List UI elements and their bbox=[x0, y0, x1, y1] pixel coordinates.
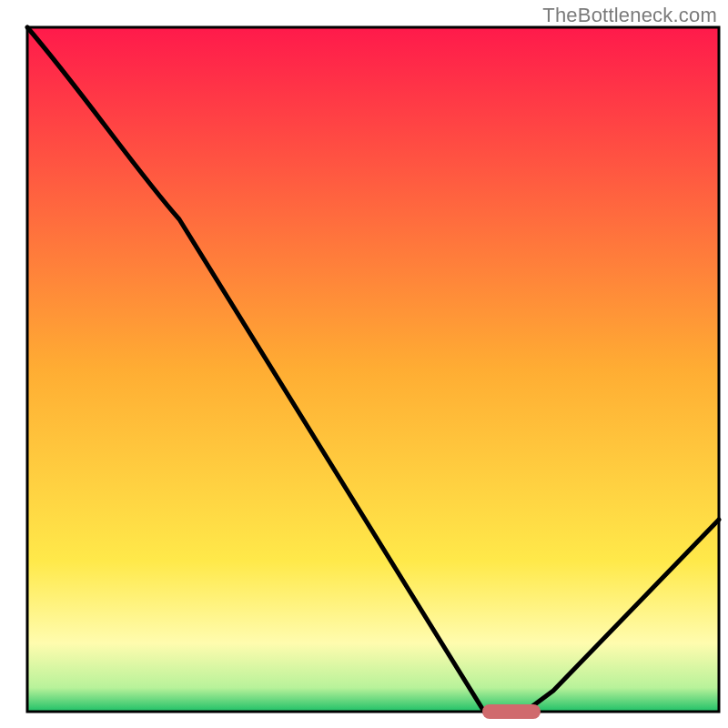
chart-container: TheBottleneck.com bbox=[0, 0, 728, 728]
watermark-text: TheBottleneck.com bbox=[542, 4, 717, 27]
chart-background bbox=[27, 27, 719, 712]
optimum-marker bbox=[482, 704, 541, 719]
bottleneck-chart bbox=[0, 0, 728, 728]
